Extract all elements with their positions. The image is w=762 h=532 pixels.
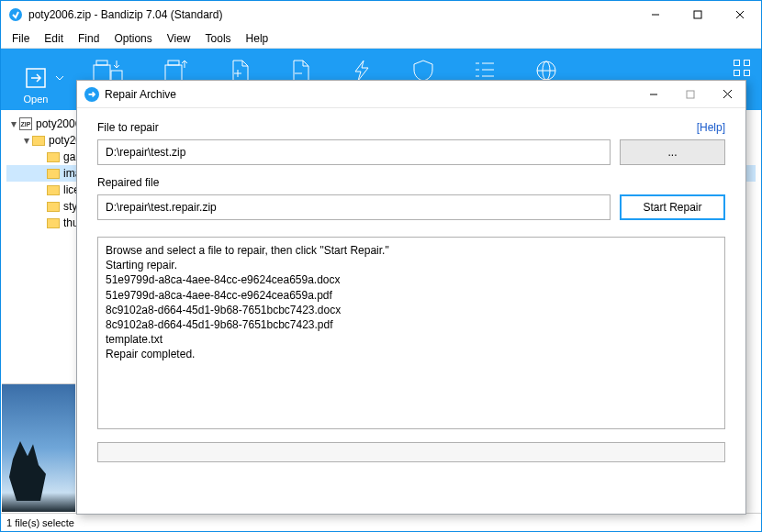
chevron-down-icon <box>56 76 63 81</box>
open-button[interactable]: Open <box>8 66 63 110</box>
open-label: Open <box>24 94 49 105</box>
status-bar: 1 file(s) selecte <box>1 513 761 531</box>
svg-rect-26 <box>687 91 694 98</box>
svg-rect-10 <box>165 65 182 81</box>
close-button[interactable] <box>719 1 761 28</box>
new-file-icon[interactable] <box>230 60 251 82</box>
progress-bar <box>97 442 725 462</box>
file-to-repair-input[interactable]: D:\repair\test.zip <box>97 139 611 165</box>
folder-icon <box>47 218 60 228</box>
status-text: 1 file(s) selecte <box>6 517 74 528</box>
folder-icon <box>47 169 60 179</box>
maximize-button[interactable] <box>677 1 719 28</box>
minimize-button[interactable] <box>634 1 677 28</box>
browse-label: ... <box>667 146 677 159</box>
shield-icon[interactable] <box>412 60 434 82</box>
flash-icon[interactable] <box>352 60 372 82</box>
menu-tools[interactable]: Tools <box>198 32 239 45</box>
folder-icon <box>47 202 60 212</box>
menu-find[interactable]: Find <box>71 32 106 45</box>
remove-file-icon[interactable] <box>291 60 311 82</box>
repair-log: Browse and select a file to repair, then… <box>97 237 725 429</box>
svg-point-0 <box>9 8 22 21</box>
app-icon <box>8 7 23 22</box>
window-title: poty2006.zip - Bandizip 7.04 (Standard) <box>28 8 634 21</box>
svg-rect-2 <box>694 11 701 18</box>
file-to-repair-label: File to repair <box>97 121 159 134</box>
open-icon <box>24 66 48 90</box>
dialog-minimize-button[interactable] <box>635 81 672 108</box>
folder-icon <box>47 152 60 162</box>
menu-edit[interactable]: Edit <box>37 32 71 45</box>
folder-icon <box>47 185 60 195</box>
menu-bar: File Edit Find Options View Tools Help <box>1 28 761 49</box>
repaired-file-label: Repaired file <box>97 176 159 189</box>
folder-icon <box>32 136 45 146</box>
file-to-repair-value: D:\repair\test.zip <box>106 146 185 159</box>
repair-dialog: ➜ Repair Archive File to repair [Help] D… <box>76 80 746 515</box>
globe-icon[interactable] <box>535 60 557 82</box>
repaired-file-value: D:\repair\test.repair.zip <box>106 201 217 214</box>
repaired-file-input[interactable]: D:\repair\test.repair.zip <box>97 194 611 220</box>
start-repair-button[interactable]: Start Repair <box>620 194 725 220</box>
grid-icon[interactable] <box>734 60 750 76</box>
svg-rect-6 <box>94 65 110 81</box>
browse-button[interactable]: ... <box>620 139 725 165</box>
preview-thumbnail <box>2 383 75 512</box>
dialog-maximize-button[interactable] <box>672 81 709 108</box>
archive-out-icon[interactable] <box>164 60 190 82</box>
svg-rect-7 <box>96 61 107 65</box>
archive-add-icon[interactable] <box>93 60 124 82</box>
menu-view[interactable]: View <box>160 32 198 45</box>
dialog-title: Repair Archive <box>105 88 635 101</box>
menu-options[interactable]: Options <box>106 32 159 45</box>
menu-help[interactable]: Help <box>239 32 276 45</box>
start-repair-label: Start Repair <box>643 201 701 214</box>
help-link[interactable]: [Help] <box>697 121 725 134</box>
dialog-close-button[interactable] <box>709 81 745 108</box>
dialog-titlebar: ➜ Repair Archive <box>77 81 745 108</box>
menu-file[interactable]: File <box>5 32 37 45</box>
dialog-icon: ➜ <box>84 87 99 102</box>
zip-icon: ZIP <box>19 117 32 130</box>
main-titlebar: poty2006.zip - Bandizip 7.04 (Standard) <box>1 1 761 28</box>
svg-rect-11 <box>168 61 179 65</box>
list-icon[interactable] <box>475 60 495 80</box>
